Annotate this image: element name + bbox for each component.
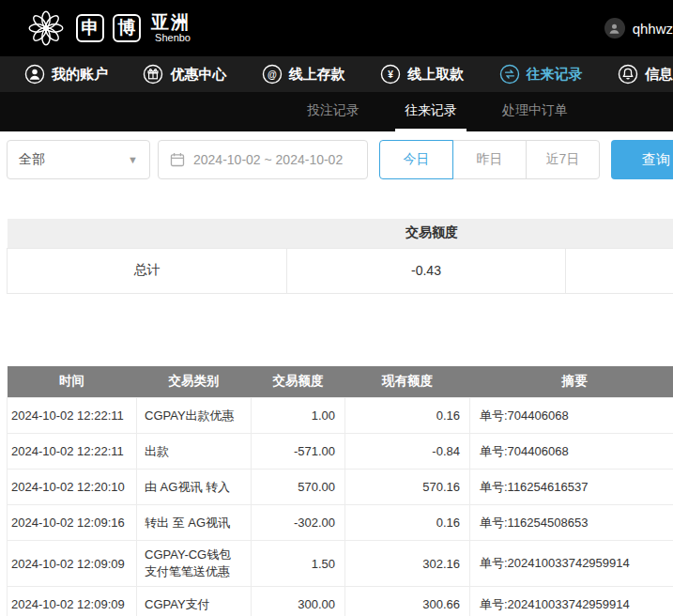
summary-empty-cell (566, 248, 673, 293)
nav-item-deposit[interactable]: @ 线上存款 (262, 64, 345, 85)
user-menu[interactable]: qhhwz (604, 18, 673, 38)
nav-label: 线上存款 (289, 66, 345, 84)
table-cell: -302.00 (252, 505, 345, 541)
withdraw-coin-icon: ¥ (380, 64, 401, 85)
calendar-icon (170, 152, 185, 167)
table-row: 2024-10-02 12:09:09CGPAY-CG钱包支付笔笔送优惠1.50… (8, 541, 673, 587)
table-cell: -0.84 (345, 434, 470, 470)
tab-betting-records[interactable]: 投注记录 (298, 92, 369, 131)
nav-item-my-account[interactable]: 我的账户 (24, 64, 108, 85)
table-row: 2024-10-02 12:20:10由 AG视讯 转入570.00570.16… (8, 470, 673, 505)
user-circle-icon (24, 64, 45, 85)
table-cell: 2024-10-02 12:09:16 (8, 505, 137, 541)
table-cell: 单号:202410033742959914 (470, 587, 673, 616)
col-header-summary: 摘要 (470, 366, 673, 398)
table-row: 2024-10-02 12:22:11CGPAY出款优惠1.000.16单号:7… (8, 398, 673, 434)
table-cell: 300.66 (345, 587, 470, 616)
username: qhhwz (633, 21, 673, 37)
yesterday-button[interactable]: 昨日 (452, 140, 527, 179)
nav-item-records[interactable]: 往来记录 (499, 64, 583, 85)
filter-bar: 全部 ▼ 2024-10-02 ~ 2024-10-02 今日 昨日 近7日 查… (0, 131, 673, 179)
tab-transaction-records[interactable]: 往来记录 (395, 92, 467, 131)
nav-label: 线上取款 (407, 66, 464, 84)
table-cell: 0.16 (345, 505, 470, 541)
logo-char-shen: 申 (76, 14, 104, 42)
svg-text:@: @ (268, 69, 277, 80)
logo-char-bo: 博 (113, 14, 141, 42)
tab-processing-orders[interactable]: 处理中订单 (493, 92, 577, 131)
table-cell: 0.16 (345, 398, 470, 434)
col-header-balance: 现有额度 (345, 366, 470, 398)
transactions-body: 2024-10-02 12:22:11CGPAY出款优惠1.000.16单号:7… (8, 398, 673, 616)
table-cell: 单号:704406068 (470, 434, 673, 470)
nav-item-promotions[interactable]: 优惠中心 (143, 64, 226, 85)
table-cell: CGPAY支付 (137, 587, 252, 616)
table-cell: 300.00 (252, 587, 345, 616)
records-subnav: 投注记录 往来记录 处理中订单 (0, 92, 673, 131)
summary-table: 交易额度 总计 -0.43 (7, 219, 673, 294)
avatar-icon (604, 18, 625, 38)
table-cell: 2024-10-02 12:20:10 (8, 470, 137, 505)
table-cell: 单号:116254616537 (470, 470, 673, 505)
table-cell: 1.00 (252, 398, 345, 434)
table-cell: CGPAY出款优惠 (137, 398, 252, 434)
brand-name-en: Shenbo (155, 32, 191, 43)
nav-item-withdraw[interactable]: ¥ 线上取款 (380, 64, 464, 85)
nav-item-messages[interactable]: 信息 (618, 64, 673, 85)
date-range-input[interactable]: 2024-10-02 ~ 2024-10-02 (158, 140, 368, 179)
table-cell: 570.00 (252, 470, 345, 505)
type-select-value: 全部 (19, 151, 45, 168)
table-cell: 2024-10-02 12:09:09 (8, 541, 137, 587)
transactions-header-row: 时间 交易类别 交易额度 现有额度 摘要 (8, 366, 673, 398)
nav-label: 往来记录 (527, 66, 583, 84)
transactions-table: 时间 交易类别 交易额度 现有额度 摘要 2024-10-02 12:22:11… (7, 366, 673, 616)
summary-header: 交易额度 (8, 219, 673, 248)
table-cell: 2024-10-02 12:09:09 (8, 587, 137, 616)
brand-region-text: 亚洲 (151, 13, 191, 33)
table-cell: 由 AG视讯 转入 (137, 470, 252, 505)
table-cell: -571.00 (252, 434, 345, 470)
table-cell: CGPAY-CG钱包支付笔笔送优惠 (137, 541, 252, 587)
date-range-value: 2024-10-02 ~ 2024-10-02 (193, 152, 343, 167)
table-cell: 2024-10-02 12:22:11 (8, 434, 137, 470)
table-cell: 出款 (137, 434, 252, 470)
table-cell: 单号:202410033742959914 (470, 541, 673, 587)
table-cell: 转出 至 AG视讯 (137, 505, 252, 541)
query-button[interactable]: 查询 (611, 140, 673, 179)
bell-icon (618, 64, 638, 85)
summary-total-value: -0.43 (287, 248, 566, 293)
table-cell: 302.16 (345, 541, 470, 587)
nav-label: 信息 (645, 66, 673, 84)
summary-total-label: 总计 (8, 248, 287, 293)
table-cell: 570.16 (345, 470, 470, 505)
type-select[interactable]: 全部 ▼ (7, 140, 150, 179)
col-header-amount: 交易额度 (252, 366, 345, 398)
table-cell: 单号:116254508653 (470, 505, 673, 541)
main-nav: 我的账户 优惠中心 @ 线上存款 ¥ 线上取款 (0, 56, 673, 92)
transfer-arrows-icon (499, 64, 520, 85)
table-cell: 1.50 (252, 541, 345, 587)
table-row: 2024-10-02 12:09:16转出 至 AG视讯-302.000.16单… (8, 505, 673, 541)
flower-logo-icon (24, 7, 68, 50)
table-row: 2024-10-02 12:09:09CGPAY支付300.00300.66单号… (8, 587, 673, 616)
table-row: 2024-10-02 12:22:11出款-571.00-0.84单号:7044… (8, 434, 673, 470)
deposit-coin-icon: @ (262, 64, 283, 85)
gift-circle-icon (143, 64, 163, 85)
today-button[interactable]: 今日 (379, 140, 453, 179)
quick-range-group: 今日 昨日 近7日 (379, 140, 600, 179)
nav-label: 我的账户 (52, 66, 108, 84)
nav-label: 优惠中心 (170, 66, 226, 84)
col-header-type: 交易类别 (137, 366, 252, 398)
last7days-button[interactable]: 近7日 (526, 140, 600, 179)
col-header-time: 时间 (8, 366, 137, 398)
chevron-down-icon: ▼ (128, 154, 138, 165)
summary-total-row: 总计 -0.43 (8, 248, 673, 293)
topbar: 申 博 亚洲 Shenbo qhhwz (0, 0, 673, 56)
svg-text:¥: ¥ (388, 69, 393, 80)
brand-logo[interactable]: 申 博 亚洲 Shenbo (24, 7, 191, 50)
table-cell: 单号:704406068 (470, 398, 673, 434)
table-cell: 2024-10-02 12:22:11 (8, 398, 137, 434)
